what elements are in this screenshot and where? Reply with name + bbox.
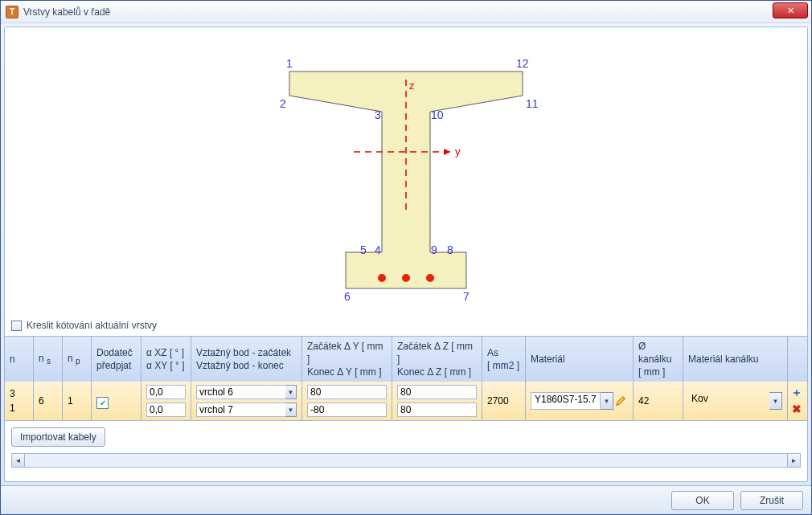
- vertex-3: 3: [375, 108, 381, 121]
- horizontal-scrollbar[interactable]: ◄ ►: [11, 453, 801, 468]
- delete-row-button[interactable]: ✖: [789, 402, 804, 416]
- dialog-window: T Vrstvy kabelů v řadě ✕ 1 12 2 11 3 10 …: [0, 0, 812, 515]
- cell-dy: [302, 382, 392, 420]
- duct-material-value[interactable]: Kov: [688, 392, 769, 410]
- col-refpoint: Vztažný bod - začátek Vztažný bod - kone…: [191, 337, 302, 382]
- cell-n: 3 1: [5, 382, 34, 420]
- alpha-xz-input[interactable]: [146, 385, 186, 399]
- close-button[interactable]: ✕: [773, 2, 808, 18]
- import-cables-button[interactable]: Importovat kabely: [11, 427, 105, 447]
- svg-point-6: [402, 274, 410, 282]
- vertex-6: 6: [344, 290, 351, 303]
- vertex-8: 8: [447, 243, 453, 256]
- cross-section-diagram: 1 12 2 11 3 10 4 9 5 8 6 7 y z: [5, 27, 807, 317]
- dy-end-input[interactable]: [307, 403, 387, 417]
- chevron-down-icon[interactable]: ▼: [601, 392, 613, 410]
- chevron-down-icon[interactable]: ▼: [285, 385, 297, 399]
- cell-ns[interactable]: 6: [34, 382, 63, 420]
- vertex-2: 2: [280, 97, 286, 110]
- cell-refpoint: ▼ ▼: [191, 382, 302, 420]
- table-header: n n s n p Dodateč předpjat α XZ [ ° ] α …: [5, 337, 807, 382]
- import-row: Importovat kabely: [5, 421, 807, 453]
- ok-button[interactable]: OK: [671, 491, 734, 510]
- cell-actions: ＋ ✖: [788, 382, 807, 420]
- draw-dimensions-label: Kreslit kótování aktuální vrstvy: [27, 320, 157, 331]
- col-n: n: [5, 337, 34, 382]
- pencil-icon: [615, 395, 626, 407]
- refpoint-end-select[interactable]: [196, 403, 285, 417]
- scroll-left-icon[interactable]: ◄: [12, 454, 25, 467]
- window-title: Vrstvy kabelů v řadě: [23, 6, 110, 18]
- col-duct: Ø kanálku [ mm ]: [634, 337, 683, 382]
- vertex-4: 4: [375, 243, 381, 256]
- table-row: 3 1 6 1 ✔: [5, 382, 807, 420]
- posttension-checkbox[interactable]: ✔: [96, 397, 109, 409]
- app-icon: T: [6, 6, 18, 18]
- cancel-button[interactable]: Zrušit: [740, 491, 803, 510]
- dy-start-input[interactable]: [307, 385, 387, 399]
- titlebar: T Vrstvy kabelů v řadě ✕: [1, 1, 811, 23]
- cell-material: Y1860S7-15.7 ▼: [526, 382, 634, 420]
- svg-point-7: [426, 274, 434, 282]
- cell-dz: [392, 382, 482, 420]
- vertex-7: 7: [463, 290, 470, 303]
- col-material: Materiál: [526, 337, 634, 382]
- vertex-10: 10: [431, 108, 444, 121]
- cell-alpha: [141, 382, 191, 420]
- dz-start-input[interactable]: [397, 385, 477, 399]
- add-row-button[interactable]: ＋: [789, 386, 804, 400]
- col-dodatecne: Dodateč předpjat: [92, 337, 141, 382]
- close-icon: ✕: [787, 6, 794, 16]
- cell-as[interactable]: 2700: [482, 382, 526, 420]
- refpoint-start-select[interactable]: [196, 385, 285, 399]
- chevron-down-icon[interactable]: ▼: [769, 392, 782, 410]
- col-np: n p: [63, 337, 92, 382]
- dz-end-input[interactable]: [397, 403, 477, 417]
- col-dy: Začátek Δ Y [ mm ] Konec Δ Y [ mm ]: [302, 337, 392, 382]
- axis-y-label: y: [455, 145, 461, 157]
- col-alpha: α XZ [ ° ] α XY [ ° ]: [141, 337, 191, 382]
- vertex-9: 9: [431, 243, 437, 256]
- draw-dimensions-checkbox[interactable]: [11, 321, 22, 331]
- col-dz: Začátek Δ Z [ mm ] Konec Δ Z [ mm ]: [392, 337, 482, 382]
- col-duct-material: Materiál kanálku: [683, 337, 788, 382]
- scroll-right-icon[interactable]: ►: [787, 454, 800, 467]
- vertex-11: 11: [526, 97, 539, 110]
- content-panel: 1 12 2 11 3 10 4 9 5 8 6 7 y z: [4, 27, 808, 482]
- dialog-footer: OK Zrušit: [1, 485, 811, 514]
- cell-duct-diameter[interactable]: 42: [634, 382, 683, 420]
- cell-np[interactable]: 1: [63, 382, 92, 420]
- svg-point-5: [378, 274, 386, 282]
- alpha-xy-input[interactable]: [146, 403, 186, 417]
- draw-dimensions-row: Kreslit kótování aktuální vrstvy: [5, 317, 807, 336]
- chevron-down-icon[interactable]: ▼: [285, 403, 297, 417]
- vertex-1: 1: [286, 57, 293, 70]
- cell-duct-material: Kov ▼: [683, 382, 788, 420]
- edit-material-button[interactable]: [613, 392, 628, 410]
- col-as: As [ mm2 ]: [482, 337, 526, 382]
- col-actions: [788, 337, 807, 382]
- section-svg: 1 12 2 11 3 10 4 9 5 8 6 7 y z: [257, 35, 555, 309]
- col-ns: n s: [34, 337, 63, 382]
- vertex-12: 12: [516, 57, 529, 70]
- vertex-5: 5: [360, 243, 367, 256]
- axis-z-label: z: [409, 80, 415, 92]
- material-value[interactable]: Y1860S7-15.7: [531, 392, 601, 410]
- cell-posttension[interactable]: ✔: [92, 382, 141, 420]
- layers-table: n n s n p Dodateč předpjat α XZ [ ° ] α …: [5, 336, 807, 421]
